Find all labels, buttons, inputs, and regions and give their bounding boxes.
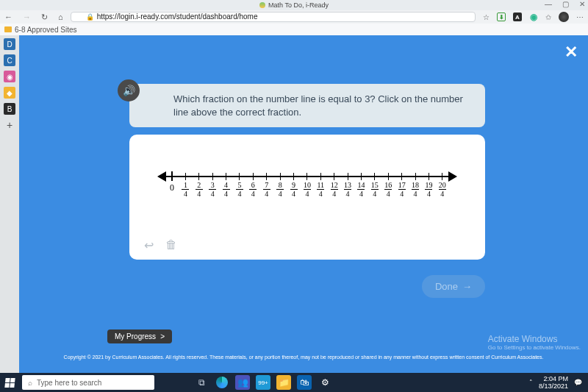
- back-button[interactable]: ←: [4, 13, 12, 21]
- sidebar-icon-5[interactable]: +: [4, 119, 15, 131]
- window-titlebar: Math To Do, i-Ready — ▢ ✕: [0, 0, 588, 10]
- address-bar[interactable]: https://login.i-ready.com/student/dashbo…: [71, 12, 476, 22]
- activate-title: Activate Windows: [488, 334, 581, 344]
- start-button[interactable]: [0, 373, 19, 392]
- chevron-right-icon: >: [160, 332, 165, 341]
- tray-time: 2:04 PM: [539, 375, 568, 382]
- tray-chevron-icon[interactable]: ˄: [529, 379, 533, 386]
- sidebar-icon-1[interactable]: C: [4, 54, 15, 66]
- taskbar-search[interactable]: ⌕ Type here to search: [22, 375, 154, 390]
- maximize-button[interactable]: ▢: [562, 0, 569, 8]
- search-icon: ⌕: [28, 379, 32, 387]
- windows-taskbar: ⌕ Type here to search ⧉ 👥 99+ 📁 🛍 ⚙ ˄ 2:…: [0, 373, 588, 392]
- ext-icon-1[interactable]: ⬇: [497, 13, 506, 21]
- sidebar-icon-4[interactable]: B: [4, 103, 15, 115]
- window-close-button[interactable]: ✕: [579, 0, 585, 8]
- bookmarks-bar: 6-8 Approved Sites: [0, 24, 588, 35]
- iready-app: ✕ 🔊 Which fraction on the number line is…: [19, 35, 588, 373]
- question-text: Which fraction on the number line is equ…: [173, 93, 463, 118]
- favorite-button[interactable]: ☆: [483, 13, 490, 21]
- more-button[interactable]: ⋯: [576, 13, 584, 21]
- done-label: Done: [435, 281, 458, 292]
- app-favicon-icon: [259, 2, 265, 8]
- forward-button[interactable]: →: [23, 13, 31, 21]
- app-close-button[interactable]: ✕: [564, 43, 578, 62]
- sidebar-icon-2[interactable]: ◉: [4, 71, 15, 82]
- activate-windows-watermark: Activate Windows Go to Settings to activ…: [488, 334, 581, 351]
- trash-button[interactable]: 🗑: [165, 238, 177, 252]
- home-button[interactable]: ⌂: [58, 13, 63, 21]
- url-text: https://login.i-ready.com/student/dashbo…: [97, 13, 258, 21]
- undo-button[interactable]: ↩: [144, 238, 154, 252]
- bookmark-item[interactable]: 6-8 Approved Sites: [15, 26, 77, 34]
- sidebar-icon-3[interactable]: ◆: [4, 87, 15, 99]
- number-line[interactable]: 0142434445464748494104114124134144154164…: [159, 171, 456, 201]
- my-progress-label: My Progress: [115, 332, 156, 341]
- store-taskbar-icon[interactable]: 🛍: [297, 375, 312, 390]
- ext-icon-3[interactable]: ◉: [529, 13, 538, 21]
- windows-logo-icon: [4, 378, 15, 388]
- folder-icon: [4, 26, 12, 32]
- minimize-button[interactable]: —: [545, 0, 552, 8]
- arrow-right-icon: [448, 171, 457, 182]
- system-tray: ˄ 2:04 PM 8/13/2021 💬: [529, 375, 588, 390]
- edge-sidebar: DC◉◆B+: [0, 35, 19, 373]
- done-button[interactable]: Done →: [422, 275, 485, 298]
- question-panel: 🔊 Which fraction on the number line is e…: [129, 84, 485, 127]
- task-view-button[interactable]: ⧉: [194, 375, 209, 390]
- activate-sub: Go to Settings to activate Windows.: [488, 344, 581, 351]
- window-title: Math To Do, i-Ready: [268, 1, 329, 9]
- page-viewport: ✕ 🔊 Which fraction on the number line is…: [19, 35, 588, 373]
- ext-icon-2[interactable]: A: [513, 13, 522, 21]
- collections-button[interactable]: ✩: [545, 13, 551, 21]
- my-progress-button[interactable]: My Progress >: [107, 329, 172, 343]
- answer-card: 0142434445464748494104114124134144154164…: [129, 135, 485, 260]
- copyright-text: Copyright © 2021 by Curriculum Associate…: [19, 354, 588, 360]
- speaker-icon[interactable]: 🔊: [118, 79, 140, 101]
- card-tools: ↩ 🗑: [144, 238, 177, 252]
- profile-avatar[interactable]: [559, 12, 569, 22]
- search-placeholder: Type here to search: [37, 379, 101, 387]
- browser-toolbar: ← → ↻ ⌂ https://login.i-ready.com/studen…: [0, 10, 588, 24]
- taskbar-apps: ⧉ 👥 99+ 📁 🛍 ⚙: [194, 375, 332, 390]
- sidebar-icon-0[interactable]: D: [4, 38, 15, 50]
- tray-date: 8/13/2021: [539, 382, 568, 390]
- tick-container: 0142434445464748494104114124134144154164…: [172, 171, 442, 201]
- settings-taskbar-icon[interactable]: ⚙: [318, 375, 332, 390]
- edge-taskbar-icon[interactable]: [215, 375, 229, 390]
- teams-taskbar-icon[interactable]: 👥: [235, 375, 250, 390]
- reload-button[interactable]: ↻: [41, 13, 48, 22]
- mail-taskbar-icon[interactable]: 99+: [256, 375, 270, 390]
- workspace: DC◉◆B+ ✕ 🔊 Which fraction on the number …: [0, 35, 588, 373]
- lock-icon: [86, 13, 94, 21]
- arrow-right-icon: →: [462, 281, 472, 292]
- notifications-button[interactable]: 💬: [574, 379, 582, 386]
- explorer-taskbar-icon[interactable]: 📁: [276, 375, 291, 390]
